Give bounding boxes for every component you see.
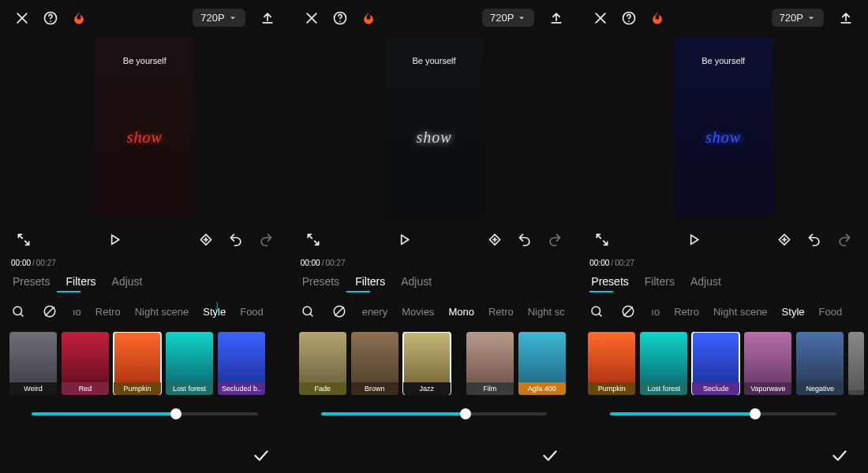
- confirm-button[interactable]: [537, 443, 563, 468]
- intensity-slider[interactable]: [610, 412, 836, 415]
- fire-icon[interactable]: [66, 6, 92, 31]
- confirm-button[interactable]: [249, 443, 274, 468]
- category-item[interactable]: enery: [362, 306, 388, 318]
- category-item[interactable]: Movies: [402, 306, 434, 318]
- play-button[interactable]: [102, 227, 127, 252]
- resolution-select[interactable]: 720P: [482, 9, 534, 27]
- resolution-select[interactable]: 720P: [772, 9, 824, 27]
- filter-thumbnail[interactable]: Lost forest: [166, 332, 213, 395]
- filter-thumbnail[interactable]: [848, 332, 864, 395]
- none-filter-icon[interactable]: [41, 299, 58, 324]
- preview-frame[interactable]: Be yourselfshow: [384, 37, 484, 217]
- undo-icon[interactable]: [223, 227, 249, 252]
- tab-adjust[interactable]: Adjust: [112, 275, 143, 288]
- help-icon[interactable]: [327, 6, 353, 31]
- export-icon[interactable]: [255, 6, 280, 31]
- close-icon[interactable]: [9, 6, 35, 31]
- preview-show-text: show: [674, 128, 773, 147]
- filter-thumbnail[interactable]: Jazz: [403, 332, 451, 395]
- export-icon[interactable]: [544, 6, 569, 31]
- fullscreen-icon[interactable]: [301, 227, 326, 252]
- category-item[interactable]: Mono: [448, 306, 474, 318]
- intensity-slider[interactable]: [32, 412, 258, 415]
- tab-presets[interactable]: Presets: [13, 275, 50, 288]
- tab-filters[interactable]: Filters: [355, 275, 385, 288]
- search-icon[interactable]: [299, 299, 316, 324]
- slider-knob[interactable]: [460, 408, 471, 419]
- filter-thumbnail[interactable]: Red: [62, 332, 109, 395]
- filter-thumbnail[interactable]: Weird: [9, 332, 57, 395]
- category-item[interactable]: Retro: [95, 306, 121, 318]
- filter-thumbnail[interactable]: Agfa 400: [518, 332, 566, 395]
- tab-adjust[interactable]: Adjust: [401, 275, 432, 288]
- fullscreen-icon[interactable]: [589, 227, 615, 252]
- player-controls: [578, 225, 868, 255]
- filter-thumbnail[interactable]: Secluded b..: [218, 332, 265, 395]
- category-item[interactable]: ıo: [73, 306, 81, 318]
- filter-thumbnail[interactable]: Pumpkin: [588, 332, 635, 395]
- tab-filters[interactable]: Filters: [65, 275, 95, 288]
- preview-frame[interactable]: Be yourselfshow: [95, 37, 194, 217]
- redo-icon[interactable]: [542, 227, 567, 252]
- filter-thumbnail[interactable]: Film: [466, 332, 514, 395]
- tab-presets[interactable]: Presets: [302, 275, 339, 288]
- category-item[interactable]: Night scene: [135, 306, 189, 318]
- keyframe-icon[interactable]: [772, 227, 797, 252]
- category-item[interactable]: ıo: [651, 306, 660, 318]
- filter-thumbnail[interactable]: Lost forest: [640, 332, 687, 395]
- category-item[interactable]: Retro: [674, 306, 699, 318]
- filter-thumbnail[interactable]: Negative: [796, 332, 844, 395]
- none-filter-icon[interactable]: [619, 299, 637, 324]
- none-filter-icon[interactable]: [331, 299, 348, 324]
- help-icon[interactable]: [38, 6, 63, 31]
- tutorial-arrow-icon: ↓: [213, 296, 221, 315]
- search-icon[interactable]: [588, 299, 605, 324]
- tab-filters[interactable]: Filters: [645, 275, 675, 288]
- slider-knob[interactable]: [750, 408, 761, 419]
- category-item[interactable]: Food: [240, 306, 264, 318]
- redo-icon[interactable]: [253, 227, 279, 252]
- category-item[interactable]: Night scene: [713, 306, 768, 318]
- category-item[interactable]: Night sc: [528, 306, 565, 318]
- filter-thumbnail[interactable]: Seclude: [692, 332, 739, 395]
- close-icon[interactable]: [299, 6, 324, 31]
- undo-icon[interactable]: [802, 227, 827, 252]
- filter-thumbnail[interactable]: Vaporwave: [744, 332, 791, 395]
- keyframe-icon[interactable]: [482, 227, 507, 252]
- category-item[interactable]: Retro: [488, 306, 514, 318]
- fullscreen-icon[interactable]: [11, 227, 36, 252]
- edit-tabs: PresetsFiltersAdjust: [578, 270, 868, 296]
- filter-thumbnail[interactable]: Fade: [299, 332, 346, 395]
- preview-frame[interactable]: Be yourselfshow: [674, 37, 773, 217]
- top-bar: 720P: [290, 0, 579, 35]
- fire-icon[interactable]: [645, 6, 670, 31]
- undo-icon[interactable]: [512, 227, 537, 252]
- filter-thumbnail[interactable]: Brown: [351, 332, 398, 395]
- search-icon[interactable]: [9, 299, 27, 324]
- timecode: 00:00 / 00:27: [290, 255, 579, 270]
- redo-icon[interactable]: [832, 227, 857, 252]
- category-item[interactable]: Style: [782, 306, 805, 318]
- export-icon[interactable]: [833, 6, 859, 31]
- filter-thumbnail-label: Weird: [9, 382, 57, 395]
- svg-point-5: [339, 20, 341, 22]
- slider-knob[interactable]: [170, 408, 181, 419]
- filter-thumbnail[interactable]: Pumpkin: [114, 332, 161, 395]
- category-item[interactable]: Food: [819, 306, 843, 318]
- filter-thumbnail[interactable]: [455, 332, 462, 395]
- help-icon[interactable]: [616, 6, 642, 31]
- close-icon[interactable]: [588, 6, 613, 31]
- confirm-button[interactable]: [827, 443, 852, 468]
- resolution-select[interactable]: 720P: [193, 9, 245, 27]
- timecode: 00:00 / 00:27: [0, 255, 290, 270]
- intensity-slider[interactable]: [321, 412, 548, 415]
- confirm-row: [827, 443, 852, 468]
- filter-categories: ıoRetroNight sceneStyleFood: [578, 296, 868, 332]
- filter-thumbnail-label: Fade: [299, 382, 346, 395]
- tab-presets[interactable]: Presets: [591, 275, 628, 288]
- tab-adjust[interactable]: Adjust: [690, 275, 721, 288]
- fire-icon[interactable]: [356, 6, 381, 31]
- play-button[interactable]: [391, 227, 417, 252]
- play-button[interactable]: [681, 227, 706, 252]
- keyframe-icon[interactable]: [193, 227, 219, 252]
